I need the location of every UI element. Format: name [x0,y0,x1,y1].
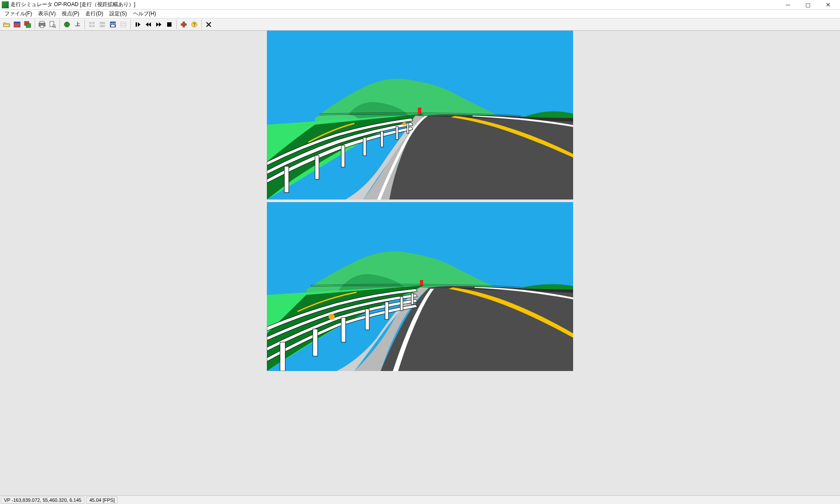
toolbar: 上 VIEW ? [0,18,840,31]
svg-text:VIEW: VIEW [110,22,116,25]
svg-rect-33 [183,22,185,27]
tool-button[interactable] [179,20,189,29]
svg-point-57 [329,314,335,320]
statusbar: VP -163,839.072, 55,460.320, 6.145 45.04… [0,495,840,504]
menu-settings[interactable]: 設定(S) [107,9,130,18]
svg-rect-20 [111,25,115,27]
svg-rect-1 [14,22,20,23]
svg-rect-16 [92,25,94,27]
fast-forward-icon [155,21,162,28]
close-view-button[interactable] [204,20,214,29]
menu-help[interactable]: ヘルプ(H) [130,9,159,18]
save-view-button[interactable]: VIEW [108,20,118,29]
svg-rect-40 [315,155,319,179]
up-button[interactable]: 上 [73,20,82,29]
menu-view[interactable]: 表示(V) [35,9,58,18]
svg-marker-30 [159,22,161,27]
stop-icon [166,21,173,28]
svg-rect-43 [381,131,383,147]
toolbar-separator [130,20,131,29]
tool-icon [180,21,187,28]
svg-rect-46 [418,108,421,114]
svg-rect-41 [341,145,345,167]
svg-rect-55 [411,293,413,304]
menubar: ファイル(F) 表示(V) 視点(P) 走行(D) 設定(S) ヘルプ(H) [0,10,840,18]
folder-open-icon [3,21,10,28]
svg-marker-28 [148,22,151,27]
maximize-button[interactable]: ◻ [798,0,818,10]
disk-view-icon: VIEW [109,21,116,28]
titlebar: 走行シミュレータ OP-ROAD [走行（視距拡幅あり）] ─ ◻ ✕ [0,0,840,10]
toolbar-separator [176,20,177,29]
svg-rect-56 [420,280,423,285]
svg-rect-52 [365,309,369,330]
svg-rect-31 [167,22,172,27]
svg-text:?: ? [193,22,196,27]
toolbar-separator [60,20,60,29]
window1-button[interactable] [12,20,22,29]
status-fps: 45.04 [FPS] [86,497,118,504]
view-c-button[interactable] [119,20,128,29]
svg-rect-13 [89,22,91,24]
stop-button[interactable] [164,20,174,29]
play-button[interactable] [133,20,143,29]
svg-rect-3 [26,24,31,28]
fast-forward-button[interactable] [154,20,164,29]
window-title: 走行シミュレータ OP-ROAD [走行（視距拡幅あり）] [10,1,135,8]
svg-rect-45 [407,123,409,133]
close-window-button[interactable]: ✕ [818,0,838,10]
app-icon [2,1,9,8]
globe-button[interactable] [62,20,72,29]
status-vp: VP -163,839.072, 55,460.320, 6.145 [1,497,84,504]
print-preview-icon [49,21,56,28]
view-a-button[interactable] [87,20,97,29]
windows-icon [24,21,31,28]
road-scene-bottom [267,202,573,371]
menu-drive[interactable]: 走行(D) [83,9,106,18]
svg-rect-15 [89,25,91,27]
minimize-button[interactable]: ─ [778,0,798,10]
toolbar-separator [84,20,85,29]
svg-rect-7 [50,21,54,27]
svg-line-9 [55,27,56,28]
svg-rect-51 [341,318,346,342]
menu-viewpoint[interactable]: 視点(P) [59,9,82,18]
window-icon [14,21,21,28]
svg-rect-6 [40,25,44,28]
road-scene-top [267,31,573,200]
viewport-bottom[interactable] [267,202,573,371]
viewport-top[interactable] [267,31,573,200]
svg-rect-22 [121,22,126,27]
svg-rect-44 [396,126,398,140]
svg-rect-14 [92,22,94,24]
grid2-icon [99,21,106,28]
rewind-button[interactable] [144,20,153,29]
play-pause-icon [134,21,141,28]
grid3-icon [120,21,127,28]
printer-icon [38,21,46,28]
rewind-icon [145,21,152,28]
viewport-stack [267,31,573,371]
workspace [0,31,840,495]
toolbar-separator [201,20,202,29]
open-button[interactable] [2,20,11,29]
help-icon: ? [191,21,198,28]
help-button[interactable]: ? [189,20,199,29]
svg-rect-54 [400,297,403,311]
close-icon [205,21,212,28]
view-b-button[interactable] [98,20,107,29]
svg-rect-42 [363,137,366,156]
up-text-icon: 上 [75,21,80,28]
svg-rect-53 [385,302,388,319]
menu-file[interactable]: ファイル(F) [2,9,35,18]
grid-icon [88,21,95,28]
print-button[interactable] [37,20,47,29]
print-preview-button[interactable] [48,20,57,29]
toolbar-separator [35,20,35,29]
svg-rect-17 [100,22,105,24]
globe-icon [63,21,70,28]
svg-marker-26 [138,22,140,27]
window2-button[interactable] [23,20,32,29]
svg-rect-50 [313,329,318,356]
svg-marker-27 [146,22,148,27]
